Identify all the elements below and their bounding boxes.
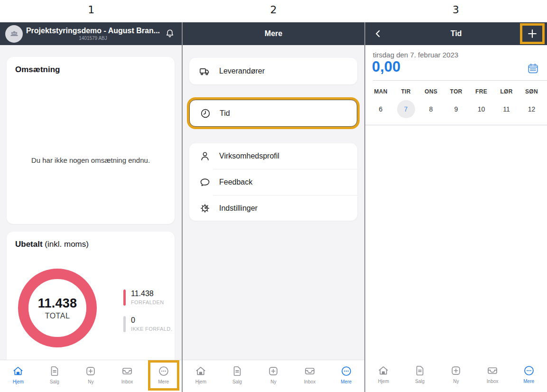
day-cell-12[interactable]: 12 — [519, 100, 544, 118]
legend-swatch-ikke-forfald — [123, 316, 126, 332]
revenue-card: Omsætning Du har ikke nogen omsætning en… — [7, 57, 175, 224]
tab-inbox[interactable]: Inbox — [474, 360, 511, 392]
home-icon — [12, 365, 24, 377]
gear-icon — [199, 202, 211, 215]
tab-inbox[interactable]: Inbox — [292, 360, 328, 392]
unpaid-card-title: Ubetalt (inkl. moms) — [7, 232, 175, 249]
company-avatar[interactable] — [5, 25, 23, 43]
inbox-tray-icon — [121, 365, 133, 377]
home-body: Omsætning Du har ikke nogen omsætning en… — [0, 45, 182, 360]
notifications-bell-icon[interactable] — [164, 28, 176, 39]
day-10[interactable]: 10 — [473, 100, 491, 118]
donut-center: 11.438 TOTAL — [38, 296, 77, 320]
day-12[interactable]: 12 — [523, 100, 541, 118]
plus-square-icon — [267, 365, 279, 377]
weekday-lor: LØR — [494, 84, 519, 95]
plus-square-icon — [84, 365, 97, 377]
divider — [373, 80, 547, 81]
day-7[interactable]: 7 — [397, 100, 415, 118]
tab-hjem-label: Hjem — [195, 379, 206, 384]
speech-bubble-icon — [199, 176, 211, 188]
inbox-tray-icon — [486, 364, 499, 377]
legend-value-ikke-forfald: 0 — [131, 316, 172, 325]
menu-item-feedback[interactable]: Feedback — [189, 169, 357, 195]
tab-salg-label: Salg — [415, 379, 425, 384]
revenue-empty-message: Du har ikke nogen omsætning endnu. — [7, 156, 175, 164]
tab-hjem-label: Hjem — [378, 379, 389, 384]
donut-total-value: 11.438 — [38, 296, 77, 311]
inbox-tray-icon — [304, 365, 316, 377]
menu-item-tid[interactable]: Tid — [190, 100, 357, 126]
tab-salg[interactable]: Salg — [37, 360, 73, 392]
donut-total-label: TOTAL — [38, 312, 77, 320]
home-icon — [377, 364, 389, 377]
tab-hjem[interactable]: Hjem — [183, 360, 219, 392]
tab-inbox-label: Inbox — [121, 379, 133, 384]
more-ellipsis-icon — [340, 365, 352, 377]
tab-mere[interactable]: Mere — [328, 360, 364, 392]
menu-label-virksomhedsprofil: Virksomhedsprofil — [219, 152, 279, 160]
weekday-fre: FRE — [469, 84, 494, 95]
screen-label-2: 2 — [182, 0, 364, 22]
document-icon — [231, 365, 243, 377]
company-subtitle: 1401579 ABJ — [24, 36, 162, 41]
legend-item-ikke-forfald: 0 IKKE FORFALD. — [123, 316, 172, 332]
menu-card-leverandorer: Leverandører — [189, 58, 357, 84]
unpaid-title-rest: (inkl. moms) — [43, 240, 89, 249]
document-icon — [48, 365, 61, 377]
day-9[interactable]: 9 — [447, 100, 465, 118]
tab-salg-label: Salg — [50, 379, 59, 384]
week-dates-row: 6 7 8 9 10 11 12 — [365, 100, 547, 118]
tab-salg[interactable]: Salg — [219, 360, 256, 392]
day-8[interactable]: 8 — [422, 100, 440, 118]
day-cell-11[interactable]: 11 — [494, 100, 519, 118]
home-appbar: Projektstyringsdemo - August Bran... 140… — [0, 22, 182, 45]
day-cell-8[interactable]: 8 — [418, 100, 444, 118]
tabbar-tid-screen: Hjem Salg — [365, 360, 547, 392]
screen-mere: Mere Leverandører — [182, 22, 364, 392]
time-amount-value[interactable]: 0,00 — [372, 58, 400, 75]
menu-card-group: Virksomhedsprofil Feedback — [189, 143, 357, 221]
calendar-icon[interactable] — [527, 62, 539, 75]
weekday-ons: ONS — [418, 84, 444, 95]
tab-mere[interactable]: Mere — [510, 360, 547, 392]
menu-item-leverandorer[interactable]: Leverandører — [189, 58, 357, 84]
day-cell-10[interactable]: 10 — [469, 100, 494, 118]
tab-mere-label: Mere — [523, 379, 534, 384]
menu-label-indstillinger: Indstillinger — [219, 204, 258, 213]
tab-salg-label: Salg — [232, 379, 242, 384]
legend-swatch-forfalden — [123, 289, 126, 306]
people-group-icon — [9, 28, 20, 39]
day-6[interactable]: 6 — [372, 100, 390, 118]
tab-hjem[interactable]: Hjem — [365, 360, 402, 392]
tab-ny[interactable]: Ny — [438, 360, 474, 392]
tab-inbox[interactable]: Inbox — [109, 360, 146, 392]
person-icon — [199, 150, 211, 162]
back-chevron-icon[interactable] — [373, 22, 383, 45]
unpaid-card: Ubetalt (inkl. moms) 11.438 TOTAL 11.438 — [7, 232, 175, 360]
plus-square-icon — [450, 364, 462, 377]
add-entry-plus-icon[interactable] — [526, 28, 538, 40]
tid-appbar: Tid — [365, 22, 547, 45]
menu-item-virksomhedsprofil[interactable]: Virksomhedsprofil — [189, 143, 357, 169]
tid-body: tirsdag den 7. februar 2023 0,00 MAN TIR… — [365, 45, 547, 360]
tab-ny[interactable]: Ny — [73, 360, 109, 392]
tab-ny[interactable]: Ny — [255, 360, 292, 392]
menu-item-indstillinger[interactable]: Indstillinger — [189, 196, 357, 221]
weekday-header-row: MAN TIR ONS TOR FRE LØR SØN — [365, 84, 547, 95]
tab-inbox-label: Inbox — [304, 379, 315, 384]
screen-home: Projektstyringsdemo - August Bran... 140… — [0, 22, 182, 392]
day-cell-9[interactable]: 9 — [444, 100, 469, 118]
weekday-son: SØN — [519, 84, 544, 95]
menu-label-tid: Tid — [220, 109, 230, 118]
weekday-tir: TIR — [393, 84, 418, 95]
tab-salg[interactable]: Salg — [402, 360, 438, 392]
day-cell-6[interactable]: 6 — [368, 100, 393, 118]
mere-title: Mere — [265, 29, 282, 38]
tab-hjem[interactable]: Hjem — [0, 360, 37, 392]
weekday-tor: TOR — [444, 84, 469, 95]
day-11[interactable]: 11 — [498, 100, 516, 118]
day-cell-7-selected[interactable]: 7 — [393, 100, 418, 118]
tab-mere-label: Mere — [341, 379, 352, 384]
clock-icon — [199, 107, 212, 120]
